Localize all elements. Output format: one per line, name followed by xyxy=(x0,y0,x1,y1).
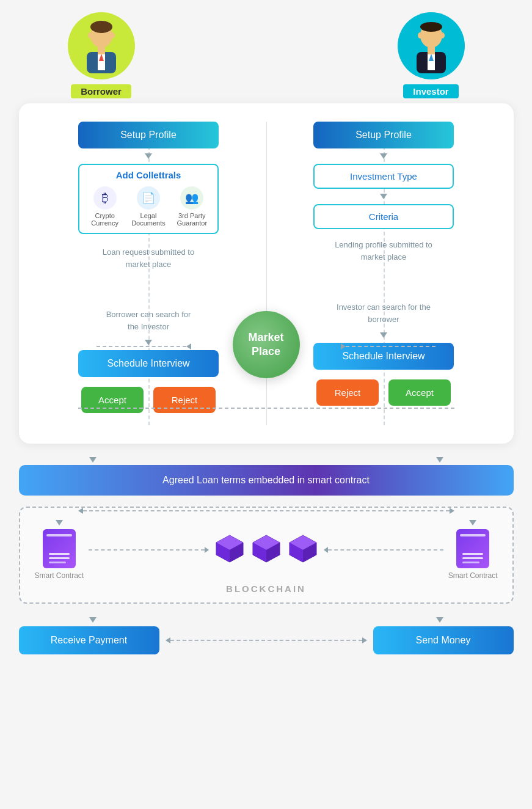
marketplace-circle: Market Place xyxy=(233,311,300,378)
sc-lines xyxy=(49,553,70,563)
left-column: Setup Profile Add Collettrals ₿ Crypto C… xyxy=(31,122,266,425)
payment-arrow-left xyxy=(166,637,170,643)
legal-documents-item: 📄 Legal Documents xyxy=(129,186,167,227)
sc-arrow-down-left xyxy=(56,520,63,525)
blockchain-cubes xyxy=(214,533,319,567)
sc-top-bar-r xyxy=(460,534,486,536)
sc-line3 xyxy=(49,562,66,563)
criteria-button[interactable]: Criteria xyxy=(313,204,454,229)
lending-note: Lending profile submitted to market plac… xyxy=(335,239,432,263)
arrow-sc-left xyxy=(205,547,209,553)
arrow-payment-left xyxy=(89,617,97,623)
crypto-icon: ₿ xyxy=(93,186,117,210)
cube-2 xyxy=(250,533,282,567)
arrow-down-right xyxy=(436,457,443,463)
dashed-right xyxy=(346,346,435,347)
arrow-left-head xyxy=(186,343,191,350)
arrow-down-r1 xyxy=(380,153,387,159)
payment-arrow-right xyxy=(362,637,367,643)
borrower-reject-button[interactable]: Reject xyxy=(153,387,216,413)
payment-dashed xyxy=(170,640,362,641)
sc-lines-r xyxy=(462,553,483,563)
dashed-sc-right xyxy=(328,549,443,551)
investor-search-note: Investor can search for the borrower xyxy=(335,301,432,325)
arrow-right-interview xyxy=(450,508,454,514)
arrow-down-r2 xyxy=(380,194,387,199)
blockchain-label: BLOCKCHAIN xyxy=(226,584,306,594)
sc-line2-r xyxy=(462,557,483,559)
crypto-currency-item: ₿ Crypto Currency xyxy=(86,186,124,227)
arrow-down-r3 xyxy=(380,332,387,338)
add-collaterals-box: Add Collettrals ₿ Crypto Currency 📄 Lega… xyxy=(78,164,219,234)
smart-contract-bar: Agreed Loan terms embedded in smart cont… xyxy=(19,465,514,496)
arrow-down-left xyxy=(89,457,97,463)
borrower-accept-reject-row: Accept Reject xyxy=(81,387,216,413)
investor-accept-button[interactable]: Accept xyxy=(388,379,451,406)
marketplace-label: Market Place xyxy=(233,331,300,359)
sc-top-bar xyxy=(46,534,72,536)
left-sc-label: Smart Contract xyxy=(35,571,84,580)
loan-request-note: Loan request submitted to market place xyxy=(100,246,197,270)
sc-line3-r xyxy=(462,562,479,563)
arrow-sc-right xyxy=(324,547,328,553)
borrower-label: Borrower xyxy=(71,84,131,98)
borrower-avatar xyxy=(68,12,135,79)
arrows-to-smartcontract xyxy=(19,457,514,463)
left-sc-icon xyxy=(43,529,76,568)
marketplace-left-arrow xyxy=(97,343,191,350)
borrower-setup-profile-button[interactable]: Setup Profile xyxy=(78,122,219,148)
arrow-payment-right xyxy=(436,617,443,623)
left-sc-block: Smart Contract xyxy=(35,520,84,580)
main-card: Setup Profile Add Collettrals ₿ Crypto C… xyxy=(19,103,514,444)
investor-label: Investor xyxy=(403,84,458,98)
borrower-schedule-interview-button[interactable]: Schedule Interview xyxy=(78,350,219,377)
svg-point-14 xyxy=(418,32,423,38)
sc-to-cubes-left xyxy=(89,547,208,553)
investor-accept-reject-row: Reject Accept xyxy=(316,379,451,406)
cube-3 xyxy=(287,533,319,567)
send-money-button[interactable]: Send Money xyxy=(373,626,514,654)
marketplace-container: Market Place xyxy=(233,311,300,378)
arrows-to-payment xyxy=(19,617,514,623)
svg-point-6 xyxy=(88,32,93,38)
arrow-right-head xyxy=(341,343,346,350)
dashed-sc-left xyxy=(89,549,204,551)
svg-point-9 xyxy=(420,22,442,32)
investor-setup-profile-button[interactable]: Setup Profile xyxy=(313,122,454,148)
avatars-row: Borrower Investor xyxy=(19,12,514,98)
blockchain-inner: Smart Contract xyxy=(35,520,498,580)
svg-rect-5 xyxy=(98,47,105,54)
dashed-left xyxy=(97,346,186,347)
receive-payment-button[interactable]: Receive Payment xyxy=(19,626,159,654)
right-column: Setup Profile Investment Type Criteria L… xyxy=(266,122,501,425)
arrow-left-interview xyxy=(78,508,83,514)
sc-line1-r xyxy=(462,553,483,555)
add-collaterals-title: Add Collettrals xyxy=(83,170,214,180)
payment-connector xyxy=(159,637,373,643)
payment-row: Receive Payment Send Money xyxy=(19,626,514,654)
borrower-search-note: Borrower can search for the Investor xyxy=(100,309,197,332)
arrow-down-1 xyxy=(145,153,152,159)
two-col-container: Setup Profile Add Collettrals ₿ Crypto C… xyxy=(31,122,501,425)
marketplace-right-arrow xyxy=(341,343,435,350)
sc-line2 xyxy=(49,557,70,559)
investor-reject-button[interactable]: Reject xyxy=(316,379,379,406)
interview-dashed-line xyxy=(83,510,450,511)
borrower-block: Borrower xyxy=(68,12,135,98)
svg-point-7 xyxy=(110,32,115,38)
svg-rect-13 xyxy=(428,47,435,54)
svg-point-15 xyxy=(440,32,445,38)
blockchain-section: Smart Contract xyxy=(19,507,514,604)
sc-line1 xyxy=(49,553,70,555)
cubes-to-sc-right xyxy=(324,547,443,553)
sc-arrow-down-right xyxy=(469,520,476,525)
doc-icon: 📄 xyxy=(137,186,160,210)
investment-type-button[interactable]: Investment Type xyxy=(313,164,454,189)
cube-1 xyxy=(214,533,246,567)
investor-avatar xyxy=(398,12,465,79)
search-dashed-row xyxy=(78,408,454,409)
investor-block: Investor xyxy=(398,12,465,98)
interview-dashed-connector xyxy=(78,508,454,514)
borrower-accept-button[interactable]: Accept xyxy=(81,387,144,413)
right-sc-icon xyxy=(456,529,489,568)
